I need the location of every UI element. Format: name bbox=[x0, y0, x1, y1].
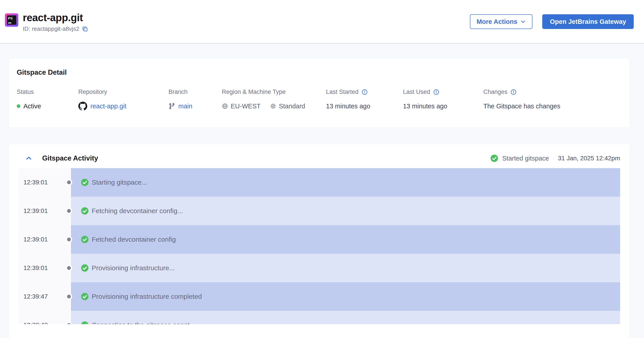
gitspace-activity-card: Gitspace Activity Started gitspace 31 Ja… bbox=[8, 144, 630, 338]
timeline-dot bbox=[67, 238, 71, 242]
github-icon bbox=[78, 102, 87, 111]
chevron-up-icon bbox=[26, 155, 32, 162]
log-time: 12:39:47 bbox=[18, 282, 71, 311]
detail-card-title: Gitspace Detail bbox=[17, 68, 620, 76]
field-last-used: Last Used 13 minutes ago bbox=[403, 88, 483, 111]
check-circle-icon bbox=[81, 207, 89, 215]
detail-grid: Status Active Repository react-app.git B… bbox=[17, 88, 620, 111]
machine-icon bbox=[270, 103, 276, 109]
open-jetbrains-gateway-button[interactable]: Open JetBrains Gateway bbox=[542, 14, 634, 29]
info-icon[interactable] bbox=[362, 89, 368, 95]
log-message: Fetched devcontainer config bbox=[92, 236, 176, 243]
log-message: Starting gitspace... bbox=[92, 179, 147, 186]
log-row: 12:39:01 Fetched devcontainer config bbox=[18, 225, 620, 254]
header-title-group: PS react-app.git ID: reactappgit-a8vjs2 bbox=[5, 11, 88, 32]
log-row: 12:39:47 Provisioning infrastructure com… bbox=[18, 282, 620, 311]
field-last-started: Last Started 13 minutes ago bbox=[326, 88, 403, 111]
log-row: 12:39:01 Provisioning infrastructure... bbox=[18, 254, 620, 282]
status-dot-icon bbox=[17, 104, 20, 108]
timeline-dot bbox=[67, 295, 71, 299]
activity-timestamp: 31 Jan, 2025 12:42pm bbox=[558, 155, 620, 162]
field-changes-label: Changes bbox=[483, 88, 508, 95]
timeline-dot bbox=[67, 181, 71, 184]
check-circle-icon bbox=[81, 264, 89, 272]
globe-icon bbox=[222, 103, 228, 109]
machine-value-group: Standard bbox=[270, 103, 305, 110]
phpstorm-icon: PS bbox=[5, 13, 18, 27]
field-branch: Branch main bbox=[168, 88, 222, 111]
last-used-value: 13 minutes ago bbox=[403, 103, 447, 110]
activity-log-viewport[interactable]: 12:39:01 Starting gitspace... 12:39:01 F… bbox=[18, 168, 620, 324]
machine-value: Standard bbox=[279, 103, 305, 110]
phpstorm-icon-label: PS bbox=[8, 16, 13, 20]
field-status-label: Status bbox=[17, 88, 78, 95]
log-time: 12:39:01 bbox=[18, 197, 71, 225]
log-time: 12:39:48 bbox=[18, 311, 71, 324]
page-header: PS react-app.git ID: reactappgit-a8vjs2 … bbox=[0, 0, 644, 44]
timeline-dot bbox=[67, 209, 71, 213]
log-time: 12:39:01 bbox=[18, 254, 71, 282]
log-time: 12:39:01 bbox=[18, 225, 71, 254]
region-value-group: EU-WEST bbox=[222, 103, 261, 110]
log-time: 12:39:01 bbox=[18, 168, 71, 197]
field-last-started-label: Last Started bbox=[326, 88, 358, 95]
field-repository-label: Repository bbox=[78, 88, 168, 95]
field-region-machine: Region & Machine Type EU-WEST bbox=[222, 88, 326, 111]
activity-title: Gitspace Activity bbox=[42, 154, 98, 162]
open-gateway-label: Open JetBrains Gateway bbox=[550, 18, 626, 25]
log-row: 12:39:01 Fetching devcontainer config... bbox=[18, 197, 620, 225]
more-actions-button[interactable]: More Actions bbox=[470, 14, 533, 29]
chevron-down-icon bbox=[520, 19, 526, 24]
check-circle-icon bbox=[81, 235, 89, 244]
more-actions-label: More Actions bbox=[477, 18, 518, 25]
check-circle-icon bbox=[81, 178, 89, 186]
activity-status-label: Started gitspace bbox=[502, 155, 549, 162]
field-status: Status Active bbox=[17, 88, 78, 111]
info-icon[interactable] bbox=[510, 89, 516, 95]
log-message: Connecting to the gitspace agent... bbox=[92, 321, 195, 324]
phpstorm-icon-underscore bbox=[8, 22, 12, 23]
copy-icon[interactable] bbox=[82, 26, 88, 32]
git-branch-icon bbox=[168, 103, 175, 109]
repository-link[interactable]: react-app.git bbox=[90, 103, 126, 110]
field-branch-label: Branch bbox=[168, 88, 222, 95]
info-icon[interactable] bbox=[433, 89, 439, 95]
log-row: 12:39:01 Starting gitspace... bbox=[18, 168, 620, 197]
phpstorm-icon-inner: PS bbox=[7, 15, 16, 25]
gitspace-detail-card: Gitspace Detail Status Active Repository… bbox=[8, 58, 630, 128]
region-value: EU-WEST bbox=[231, 103, 261, 110]
field-region-label: Region & Machine Type bbox=[222, 88, 326, 95]
changes-value: The Gitspace has changes bbox=[483, 103, 560, 110]
branch-link[interactable]: main bbox=[178, 103, 192, 110]
field-repository: Repository react-app.git bbox=[78, 88, 168, 111]
page-title: react-app.git bbox=[23, 11, 88, 24]
field-changes: Changes The Gitspace has changes bbox=[483, 88, 620, 111]
last-started-value: 13 minutes ago bbox=[326, 103, 370, 110]
log-row: 12:39:48 Connecting to the gitspace agen… bbox=[18, 311, 620, 324]
status-value: Active bbox=[24, 103, 41, 110]
log-message: Provisioning infrastructure completed bbox=[92, 293, 202, 300]
check-circle-icon bbox=[490, 154, 498, 162]
check-circle-icon bbox=[81, 293, 89, 301]
timeline-dot bbox=[67, 266, 71, 270]
log-message: Fetching devcontainer config... bbox=[92, 207, 183, 215]
gitspace-id: ID: reactappgit-a8vjs2 bbox=[23, 25, 79, 32]
log-message: Provisioning infrastructure... bbox=[92, 264, 175, 272]
title-block: react-app.git ID: reactappgit-a8vjs2 bbox=[23, 11, 88, 32]
field-last-used-label: Last Used bbox=[403, 88, 430, 95]
check-circle-icon bbox=[81, 321, 89, 324]
collapse-section-button[interactable] bbox=[26, 155, 32, 162]
